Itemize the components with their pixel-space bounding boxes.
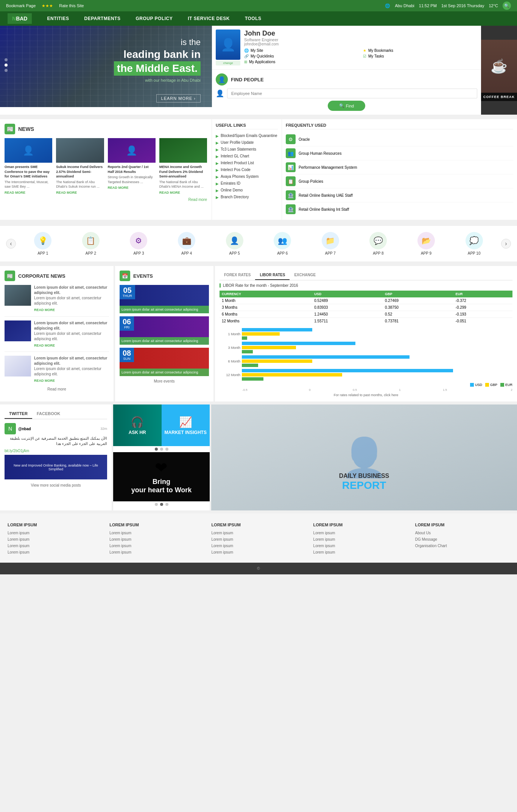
news-read-all[interactable]: Read more [5, 198, 207, 202]
app-item-5[interactable]: 👤 APP 5 [224, 230, 246, 258]
hero-learn-more-btn[interactable]: LEARN MORE › [156, 94, 201, 103]
footer-link-0-2[interactable]: Lorem ipsum [8, 544, 102, 548]
event-dayname-0: THUR [123, 294, 132, 298]
ask-hr-btn[interactable]: 🎧 ASK HR [113, 404, 162, 446]
nav-entities[interactable]: ENTITIES [39, 12, 76, 25]
useful-link-5[interactable]: ▶ Intelect Pos Code [216, 166, 278, 173]
app-item-6[interactable]: 👥 APP 6 [271, 230, 293, 258]
legend-gbp-dot [485, 383, 489, 387]
daily-highlight: REPORT [211, 479, 517, 492]
useful-link-9[interactable]: ▶ Branch Directory [216, 194, 278, 201]
nav-departments[interactable]: DEPARTMENTS [76, 12, 128, 25]
useful-link-6[interactable]: ▶ Avaya Phones System [216, 173, 278, 180]
more-events-link[interactable]: More events [120, 379, 209, 383]
footer-link-0-0[interactable]: Lorem ipsum [8, 531, 102, 535]
market-insights-btn[interactable]: 📈 MARKET INSIGHTS [162, 404, 210, 446]
find-people-input[interactable] [227, 89, 477, 98]
my-applications-link[interactable]: ⊞ My Applications [244, 60, 358, 64]
footer-link-2-3[interactable]: Lorem ipsum [211, 550, 305, 554]
app-item-8[interactable]: 💬 APP 8 [367, 230, 389, 258]
bookmark-link[interactable]: Bookmark Page [6, 3, 36, 8]
my-tasks-link[interactable]: ☑ My Tasks [363, 54, 477, 58]
app-item-9[interactable]: 📂 APP 9 [415, 230, 437, 258]
footer-link-3-0[interactable]: Lorem ipsum [313, 531, 408, 535]
footer-link-2-1[interactable]: Lorem ipsum [211, 537, 305, 541]
footer-link-3-2[interactable]: Lorem ipsum [313, 544, 408, 548]
my-site-link[interactable]: 🌐 My Site [244, 48, 358, 53]
rating-stars[interactable]: ★★★ [42, 3, 53, 8]
tweet-link[interactable]: bit.ly/2bO1jAm [5, 449, 29, 453]
footer-link-0-1[interactable]: Lorem ipsum [8, 537, 102, 541]
app-item-2[interactable]: 📋 APP 2 [80, 230, 102, 258]
daily-report-section[interactable]: 👤 DAILY BUSINESS REPORT [211, 404, 517, 510]
corp-read-more-2[interactable]: READ MORE [34, 378, 109, 383]
heart-work-section[interactable]: ❤ Bring your heart to Work [113, 452, 210, 501]
footer-link-4-1[interactable]: DG Message [415, 537, 509, 541]
app-item-1[interactable]: 💡 APP 1 [32, 230, 54, 258]
rates-note[interactable]: For rates related to past months, click … [220, 393, 512, 397]
top-bar-right: 🌐 Abu Dhabi 11:52 PM 1st Sep 2016 Thursd… [385, 2, 511, 10]
useful-link-1[interactable]: ▶ User Profile Update [216, 139, 278, 146]
chart-bars-2 [242, 355, 512, 367]
news-read-more-1[interactable]: READ MORE [5, 191, 52, 194]
footer-link-2-0[interactable]: Lorem ipsum [211, 531, 305, 535]
social-tab-twitter[interactable]: TWITTER [5, 409, 32, 419]
social-view-more[interactable]: View more social media posts [5, 483, 107, 487]
my-quicklinks-link[interactable]: 🔗 My Quicklinks [244, 54, 358, 58]
freq-item-3[interactable]: 📋 Group Policies [286, 174, 513, 188]
footer-link-0-3[interactable]: Lorem ipsum [8, 550, 102, 554]
useful-link-3[interactable]: ▶ Intelect GL Chart [216, 153, 278, 160]
freq-item-0[interactable]: ⚙ Oracle [286, 132, 513, 146]
news-read-more-3[interactable]: READ MORE [108, 186, 156, 190]
useful-link-4[interactable]: ▶ Intelect Product List [216, 160, 278, 166]
news-read-more-2[interactable]: READ MORE [56, 191, 104, 194]
social-tab-facebook[interactable]: FACEBOOK [32, 409, 65, 419]
apps-arrow-right[interactable]: › [501, 239, 511, 249]
footer-link-4-0[interactable]: About Us [415, 531, 509, 535]
corp-item-0: Lorem ipsum dolor sit amet, consectetur … [5, 285, 109, 317]
apps-arrow-left[interactable]: ‹ [6, 239, 16, 249]
headset-icon: 🎧 [131, 416, 144, 428]
app-item-3[interactable]: ⚙ APP 3 [128, 230, 149, 258]
my-bookmarks-link[interactable]: ★ My Bookmarks [363, 48, 477, 53]
corp-read-all[interactable]: Read more [5, 387, 109, 391]
footer-link-2-2[interactable]: Lorem ipsum [211, 544, 305, 548]
corp-read-more-0[interactable]: READ MORE [34, 308, 109, 313]
freq-item-5[interactable]: 🏦 Retail Online Banking Int Staff [286, 202, 513, 216]
useful-link-7[interactable]: ▶ Emirates ID [216, 180, 278, 187]
rate-site-link[interactable]: Rate this Site [59, 3, 84, 8]
app-icon-7: 📁 [322, 232, 339, 249]
footer-link-4-2[interactable]: Organisation Chart [415, 544, 509, 548]
find-people-btn[interactable]: 🔍 Find [328, 101, 365, 111]
tab-libor[interactable]: LIBOR RATES [255, 271, 290, 280]
corp-read-more-1[interactable]: READ MORE [34, 343, 109, 348]
footer-link-3-3[interactable]: Lorem ipsum [313, 550, 408, 554]
freq-item-2[interactable]: 📊 Performance Management System [286, 160, 513, 174]
useful-link-8[interactable]: ▶ Online Demo [216, 187, 278, 194]
footer-link-1-2[interactable]: Lorem ipsum [109, 544, 204, 548]
app-item-10[interactable]: 💭 APP 10 [463, 230, 485, 258]
app-icon-5: 👤 [226, 232, 243, 249]
tab-exchange[interactable]: EXCHANGE [290, 271, 320, 280]
useful-link-2[interactable]: ▶ Tc3 Loan Statements [216, 146, 278, 153]
app-label-7: APP 7 [325, 251, 336, 255]
useful-link-0[interactable]: ▶ Blocked/Spam Emails Quarantine [216, 132, 278, 139]
app-item-7[interactable]: 📁 APP 7 [319, 230, 341, 258]
footer-link-1-3[interactable]: Lorem ipsum [109, 550, 204, 554]
change-photo-btn[interactable]: change [216, 61, 240, 65]
footer-link-1-1[interactable]: Lorem ipsum [109, 537, 204, 541]
freq-item-1[interactable]: 👥 Group Human Resources [286, 146, 513, 160]
news-read-more-4[interactable]: READ MORE [159, 191, 207, 194]
footer-link-1-0[interactable]: Lorem ipsum [109, 531, 204, 535]
mid-dot-3 [165, 448, 168, 451]
freq-item-4[interactable]: 🏦 Retail Online Banking UAE Staff [286, 188, 513, 202]
news-thumb-1: 👤 [5, 138, 52, 163]
corp-thumb-1 [5, 320, 31, 341]
tab-forex[interactable]: FOREX RATES [220, 271, 255, 280]
nav-it-service-desk[interactable]: IT SERVICE DESK [180, 12, 237, 25]
footer-link-3-1[interactable]: Lorem ipsum [313, 537, 408, 541]
nav-tools[interactable]: TOOLS [237, 12, 269, 25]
search-icon[interactable]: 🔍 [503, 2, 511, 10]
app-item-4[interactable]: 💼 APP 4 [176, 230, 198, 258]
nav-group-policy[interactable]: GROUP POLICY [128, 12, 180, 25]
